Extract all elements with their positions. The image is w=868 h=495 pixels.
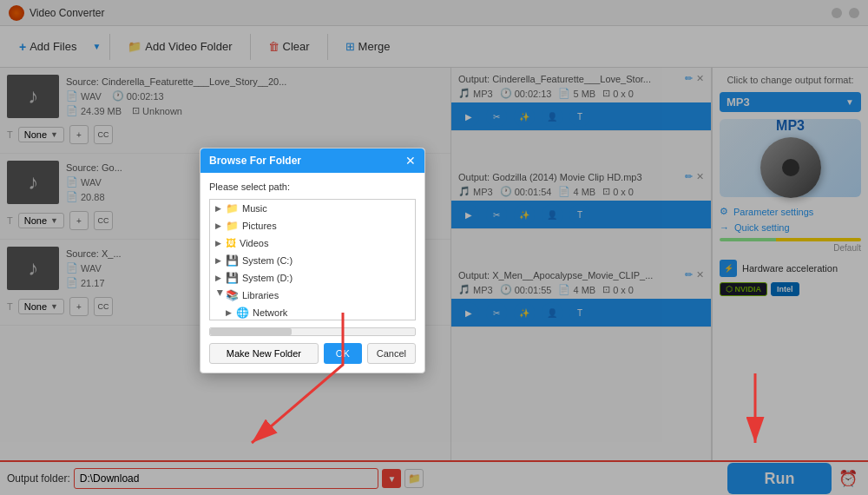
tree-label-sysd: System (D:) [242,273,293,283]
tree-expand-network: ▶ [226,308,236,317]
tree-label-pictures: Pictures [242,221,277,231]
arrow-overlay [0,0,868,495]
modal-ok-button[interactable]: OK [324,343,362,364]
tree-expand-libraries: ▶ [216,290,225,300]
tree-expand-music: ▶ [215,204,226,213]
tree-label-videos: Videos [240,238,268,248]
modal-overlay: Browse For Folder ✕ Please select path: … [0,0,868,495]
modal-path-label: Please select path: [209,182,416,192]
tree-item-network[interactable]: ▶ 🌐 Network [210,304,415,320]
tree-expand-pictures: ▶ [215,221,226,230]
tree-icon-libraries: 📚 [226,289,239,301]
tree-item-music[interactable]: ▶ 📁 Music [210,200,415,217]
tree-item-videos[interactable]: ▶ 🖼 Videos [210,234,415,252]
modal-title-bar: Browse For Folder ✕ [201,148,424,173]
tree-icon-sysc: 💾 [226,254,239,267]
tree-item-pictures[interactable]: ▶ 📁 Pictures [210,217,415,234]
tree-icon-sysd: 💾 [226,272,239,284]
tree-scrollbar[interactable] [209,327,416,336]
tree-item-libraries[interactable]: ▶ 📚 Libraries [210,287,415,304]
tree-folder-videos: 🖼 [226,237,236,249]
modal-title: Browse For Folder [209,155,301,167]
browse-folder-modal: Browse For Folder ✕ Please select path: … [200,148,425,373]
tree-label-network: Network [253,307,287,318]
tree-folder-music: 📁 [226,202,239,214]
tree-item-sysd[interactable]: ▶ 💾 System (D:) [210,269,415,287]
tree-expand-sysc: ▶ [215,256,226,265]
tree-expand-sysd: ▶ [215,274,226,282]
modal-close-button[interactable]: ✕ [405,154,416,168]
modal-body: Please select path: ▶ 📁 Music ▶ 📁 Pictur… [201,173,424,373]
modal-actions: Make New Folder OK Cancel [209,343,416,364]
modal-cancel-button[interactable]: Cancel [367,343,416,364]
tree-label-sysc: System (C:) [242,255,293,266]
tree-icon-network: 🌐 [236,307,249,319]
tree-label-music: Music [242,203,267,214]
make-new-folder-button[interactable]: Make New Folder [209,343,319,364]
tree-item-sysc[interactable]: ▶ 💾 System (C:) [210,252,415,269]
folder-tree: ▶ 📁 Music ▶ 📁 Pictures ▶ 🖼 Videos ▶ 💾 [209,199,416,320]
tree-expand-videos: ▶ [215,239,226,248]
tree-folder-pictures: 📁 [226,220,239,232]
tree-label-libraries: Libraries [242,290,279,300]
